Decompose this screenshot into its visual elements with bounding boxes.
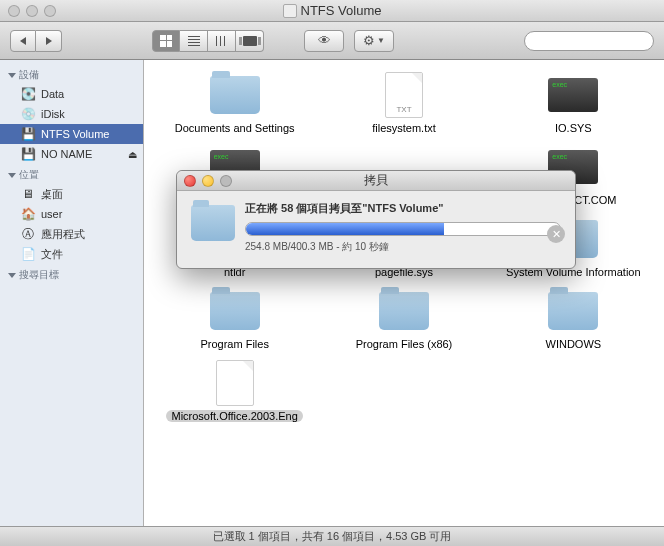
cancel-copy-button[interactable]: ✕	[547, 225, 565, 243]
quicklook-button[interactable]: 👁	[304, 30, 344, 52]
copy-detail: 254.8 MB/400.3 MB - 約 10 秒鐘	[245, 240, 561, 254]
file-item[interactable]: Program Files	[152, 288, 317, 350]
window-title-text: NTFS Volume	[301, 3, 382, 18]
search-wrap	[524, 31, 654, 51]
folder-icon	[210, 292, 260, 330]
chevron-right-icon	[46, 37, 52, 45]
sidebar-item[interactable]: 🏠user	[0, 204, 143, 224]
sidebar-item[interactable]: 💿iDisk	[0, 104, 143, 124]
icon-view-button[interactable]	[152, 30, 180, 52]
file-name: Program Files	[200, 338, 268, 350]
copy-message: 正在將 58 個項目拷貝至"NTFS Volume"	[245, 201, 561, 216]
sidebar-item[interactable]: 💽Data	[0, 84, 143, 104]
search-area	[404, 31, 654, 51]
dialog-titlebar[interactable]: 拷貝	[177, 171, 575, 191]
coverflow-view-button[interactable]	[236, 30, 264, 52]
disk-icon: 💾	[20, 126, 36, 142]
folder-icon	[210, 76, 260, 114]
file-name: filesystem.txt	[372, 122, 436, 134]
list-view-button[interactable]	[180, 30, 208, 52]
file-item[interactable]: Microsoft.Office.2003.Eng	[152, 360, 317, 422]
sidebar-item-label: 文件	[41, 247, 63, 262]
file-name: Microsoft.Office.2003.Eng	[166, 410, 302, 422]
idisk-icon: 💿	[20, 106, 36, 122]
sidebar-item[interactable]: Ⓐ應用程式	[0, 224, 143, 244]
folder-icon	[191, 205, 235, 241]
file-name: WINDOWS	[546, 338, 602, 350]
status-bar: 已選取 1 個項目，共有 16 個項目，4.53 GB 可用	[0, 526, 664, 546]
sidebar-section-header[interactable]: 搜尋目標	[0, 264, 143, 284]
sidebar-section-label: 搜尋目標	[19, 268, 59, 282]
disk-icon: 💾	[20, 146, 36, 162]
eye-icon: 👁	[318, 33, 331, 48]
file-item[interactable]: Documents and Settings	[152, 72, 317, 134]
nav-buttons	[10, 30, 62, 52]
file-item[interactable]: IO.SYS	[491, 72, 656, 134]
file-name: IO.SYS	[555, 122, 592, 134]
sidebar-item[interactable]: 📄文件	[0, 244, 143, 264]
grid-icon	[160, 35, 172, 47]
sidebar-item-label: 桌面	[41, 187, 63, 202]
apps-icon: Ⓐ	[20, 226, 36, 242]
sidebar-item-label: user	[41, 208, 62, 220]
list-icon	[188, 36, 200, 46]
sidebar-section-header[interactable]: 位置	[0, 164, 143, 184]
chevron-left-icon	[20, 37, 26, 45]
toolbar: 👁 ⚙▼	[0, 22, 664, 60]
view-mode-segment	[152, 30, 264, 52]
columns-icon	[216, 36, 228, 46]
sidebar-item-label: NO NAME	[41, 148, 92, 160]
sidebar-section-label: 設備	[19, 68, 39, 82]
sidebar-item[interactable]: 🖥桌面	[0, 184, 143, 204]
disclosure-triangle-icon	[8, 173, 16, 178]
column-view-button[interactable]	[208, 30, 236, 52]
text-file-icon: TXT	[385, 72, 423, 118]
disclosure-triangle-icon	[8, 273, 16, 278]
progress-fill	[246, 223, 444, 235]
coverflow-icon	[243, 36, 257, 46]
gear-icon: ⚙	[363, 33, 375, 48]
search-input[interactable]	[524, 31, 654, 51]
hdd-icon: 💽	[20, 86, 36, 102]
sidebar-item[interactable]: 💾NTFS Volume	[0, 124, 143, 144]
document-icon	[216, 360, 254, 406]
progress-bar	[245, 222, 561, 236]
sidebar-section-label: 位置	[19, 168, 39, 182]
back-button[interactable]	[10, 30, 36, 52]
docs-icon: 📄	[20, 246, 36, 262]
folder-icon	[548, 292, 598, 330]
folder-icon	[379, 292, 429, 330]
file-item[interactable]: Program Files (x86)	[321, 288, 486, 350]
window-body: 設備💽Data💿iDisk💾NTFS Volume💾NO NAME⏏位置🖥桌面🏠…	[0, 60, 664, 526]
dialog-title: 拷貝	[177, 172, 575, 189]
disk-icon	[283, 4, 297, 18]
action-menu-button[interactable]: ⚙▼	[354, 30, 394, 52]
status-text: 已選取 1 個項目，共有 16 個項目，4.53 GB 可用	[213, 529, 452, 544]
copy-progress-dialog: 拷貝 正在將 58 個項目拷貝至"NTFS Volume" 254.8 MB/4…	[176, 170, 576, 269]
sidebar-item[interactable]: 💾NO NAME⏏	[0, 144, 143, 164]
sidebar-section-header[interactable]: 設備	[0, 64, 143, 84]
window-titlebar: NTFS Volume	[0, 0, 664, 22]
window-title: NTFS Volume	[0, 3, 664, 18]
file-item[interactable]: WINDOWS	[491, 288, 656, 350]
eject-icon[interactable]: ⏏	[128, 149, 137, 160]
file-name: Program Files (x86)	[356, 338, 453, 350]
home-icon: 🏠	[20, 206, 36, 222]
forward-button[interactable]	[36, 30, 62, 52]
sidebar-item-label: 應用程式	[41, 227, 85, 242]
sidebar-item-label: NTFS Volume	[41, 128, 109, 140]
dialog-body: 正在將 58 個項目拷貝至"NTFS Volume" 254.8 MB/400.…	[177, 191, 575, 268]
dialog-info: 正在將 58 個項目拷貝至"NTFS Volume" 254.8 MB/400.…	[245, 201, 561, 254]
sidebar-item-label: iDisk	[41, 108, 65, 120]
sidebar-item-label: Data	[41, 88, 64, 100]
disclosure-triangle-icon	[8, 73, 16, 78]
file-name: Documents and Settings	[175, 122, 295, 134]
desktop-icon: 🖥	[20, 186, 36, 202]
exec-file-icon	[548, 78, 598, 112]
file-browser[interactable]: Documents and SettingsTXTfilesystem.txtI…	[144, 60, 664, 526]
file-item[interactable]: TXTfilesystem.txt	[321, 72, 486, 134]
sidebar: 設備💽Data💿iDisk💾NTFS Volume💾NO NAME⏏位置🖥桌面🏠…	[0, 60, 144, 526]
